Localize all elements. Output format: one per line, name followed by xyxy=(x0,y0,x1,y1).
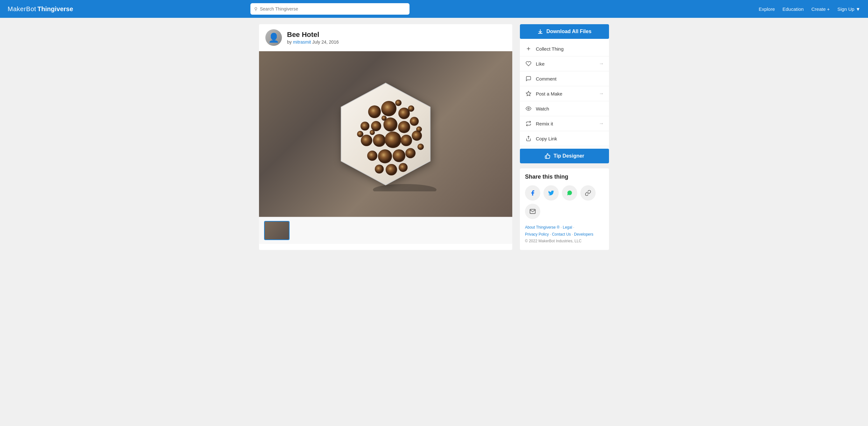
share-buttons-row2 xyxy=(525,204,604,219)
action-list: Collect Thing Like → xyxy=(520,41,609,146)
like-item[interactable]: Like → xyxy=(520,56,609,71)
thumbnails-row xyxy=(259,217,512,244)
svg-point-1 xyxy=(368,105,381,118)
svg-point-26 xyxy=(370,130,375,135)
footer-copyright: © 2022 MakerBot Industries, LLC xyxy=(525,238,604,245)
thing-title: Bee Hotel xyxy=(287,31,339,39)
svg-point-2 xyxy=(381,101,397,116)
nav-explore[interactable]: Explore xyxy=(758,6,775,12)
svg-point-22 xyxy=(395,100,402,106)
share-facebook-button[interactable] xyxy=(525,185,540,201)
nav-create[interactable]: Create + xyxy=(811,6,830,12)
main-nav: Explore Education Create + Sign Up ▼ xyxy=(758,6,860,12)
like-label: Like xyxy=(536,61,595,66)
tip-label: Tip Designer xyxy=(554,153,585,159)
svg-point-11 xyxy=(385,132,401,148)
svg-point-16 xyxy=(393,149,405,162)
copy-link-label: Copy Link xyxy=(536,136,604,141)
comment-label: Comment xyxy=(536,76,604,82)
svg-point-27 xyxy=(416,126,422,132)
footer-links: About Thingiverse ® · Legal · Privacy Po… xyxy=(525,224,604,245)
svg-point-21 xyxy=(381,116,386,121)
twitter-icon xyxy=(548,190,554,196)
footer-privacy[interactable]: Privacy Policy xyxy=(525,232,549,236)
remix-item[interactable]: Remix it → xyxy=(520,116,609,131)
svg-point-14 xyxy=(367,150,377,161)
share-copylink-button[interactable] xyxy=(580,185,596,201)
site-header: MakerBot Thingiverse ⚲ Explore Education… xyxy=(0,0,868,18)
post-make-arrow: → xyxy=(599,91,604,96)
logo: MakerBot Thingiverse xyxy=(8,5,73,13)
svg-point-18 xyxy=(375,165,384,173)
comment-item[interactable]: Comment xyxy=(520,71,609,86)
watch-label: Watch xyxy=(536,106,604,111)
footer-contact[interactable]: Contact Us xyxy=(552,232,571,236)
svg-marker-31 xyxy=(526,91,531,96)
collect-icon xyxy=(525,45,532,52)
thing-header: Bee Hotel by mitrasmit July 24, 2016 xyxy=(259,24,512,51)
sidebar: Download All Files Collect Thing xyxy=(520,24,609,250)
copy-link-item[interactable]: Copy Link xyxy=(520,131,609,146)
nav-education[interactable]: Education xyxy=(782,6,804,12)
by-label: by xyxy=(287,39,293,45)
thing-image-container xyxy=(259,51,512,217)
link-icon xyxy=(585,190,591,196)
avatar-image xyxy=(266,29,282,46)
search-bar[interactable]: ⚲ xyxy=(250,3,409,15)
footer-sep2: · xyxy=(573,225,574,230)
svg-point-23 xyxy=(408,105,414,112)
svg-point-12 xyxy=(401,135,412,146)
tip-designer-button[interactable]: Tip Designer xyxy=(520,149,609,163)
main-layout: Bee Hotel by mitrasmit July 24, 2016 xyxy=(259,18,609,256)
svg-point-28 xyxy=(373,184,437,191)
svg-point-6 xyxy=(398,121,410,133)
share-buttons xyxy=(525,185,604,201)
svg-point-17 xyxy=(405,148,415,158)
svg-point-32 xyxy=(528,108,529,110)
thing-meta: by mitrasmit July 24, 2016 xyxy=(287,39,339,45)
post-make-icon xyxy=(525,90,532,97)
share-twitter-button[interactable] xyxy=(544,185,559,201)
download-button[interactable]: Download All Files xyxy=(520,24,609,39)
like-arrow: → xyxy=(599,61,604,66)
svg-point-20 xyxy=(399,163,408,172)
thing-date: July 24, 2016 xyxy=(312,39,339,45)
footer-developers[interactable]: Developers xyxy=(574,232,593,236)
watch-item[interactable]: Watch xyxy=(520,101,609,116)
svg-point-8 xyxy=(361,122,369,131)
post-make-item[interactable]: Post a Make → xyxy=(520,86,609,101)
bee-hotel-svg xyxy=(325,77,446,191)
download-label: Download All Files xyxy=(546,29,591,34)
svg-point-7 xyxy=(410,117,419,126)
search-icon: ⚲ xyxy=(254,6,257,11)
svg-point-10 xyxy=(373,134,385,147)
footer-about[interactable]: About Thingiverse ® xyxy=(525,225,560,230)
facebook-icon xyxy=(529,190,536,196)
svg-point-9 xyxy=(361,135,372,146)
thing-author[interactable]: mitrasmit xyxy=(293,39,311,45)
thing-title-area: Bee Hotel by mitrasmit July 24, 2016 xyxy=(287,31,339,45)
like-icon xyxy=(525,60,532,67)
logo-makerbot: MakerBot xyxy=(8,5,36,13)
share-whatsapp-button[interactable] xyxy=(562,185,577,201)
email-icon xyxy=(529,208,536,215)
svg-point-13 xyxy=(412,131,422,141)
svg-point-25 xyxy=(417,144,424,150)
footer-sep3: · xyxy=(550,232,552,236)
thing-image xyxy=(259,51,512,217)
thumbnail-1[interactable] xyxy=(264,221,289,240)
nav-signup[interactable]: Sign Up ▼ xyxy=(837,6,860,12)
share-title: Share this thing xyxy=(525,173,604,180)
copy-link-icon xyxy=(525,135,532,142)
comment-icon xyxy=(525,75,532,82)
collect-label: Collect Thing xyxy=(536,46,604,52)
footer-legal[interactable]: Legal xyxy=(563,225,572,230)
remix-label: Remix it xyxy=(536,121,595,126)
share-section: Share this thing xyxy=(520,168,609,250)
svg-point-19 xyxy=(385,164,397,175)
share-email-button[interactable] xyxy=(525,204,540,219)
collect-thing-item[interactable]: Collect Thing xyxy=(520,41,609,56)
whatsapp-icon xyxy=(566,190,573,196)
search-input[interactable] xyxy=(260,6,406,11)
svg-point-15 xyxy=(378,149,392,163)
